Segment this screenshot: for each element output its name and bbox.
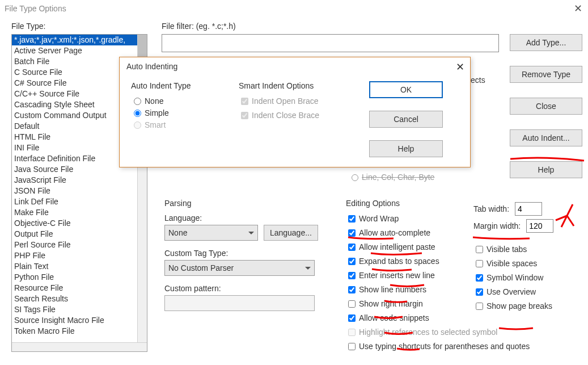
indent-smart-radio: Smart	[131, 120, 239, 129]
page-breaks-checkbox[interactable]: Show page breaks	[473, 301, 587, 312]
list-item[interactable]: Resource File	[12, 283, 147, 293]
intelligent-paste-checkbox[interactable]: Allow intelligent paste	[346, 242, 471, 253]
editing-header: Editing Options	[346, 199, 471, 208]
dialog-close-icon[interactable]: ✕	[456, 61, 464, 73]
list-item[interactable]: Objective-C File	[12, 218, 147, 229]
auto-indent-type-header: Auto Indent Type	[131, 81, 239, 90]
custom-tag-label: Custom Tag Type:	[164, 249, 329, 258]
use-overview-checkbox[interactable]: Use Overview	[473, 287, 587, 297]
list-item[interactable]: Active Server Page	[12, 45, 147, 56]
margin-width-label: Margin width:	[473, 221, 521, 230]
symbol-window-checkbox[interactable]: Symbol Window	[473, 272, 587, 283]
list-item[interactable]: Source Insight Macro File	[12, 315, 147, 326]
list-item[interactable]: Perl Source File	[12, 240, 147, 250]
close-button[interactable]: Close	[510, 98, 582, 115]
list-item[interactable]: *.java;*.jav;*.xml;*.json,*.gradle,	[12, 35, 147, 45]
list-item[interactable]: Make File	[12, 207, 147, 218]
scrollbar-horizontal[interactable]	[12, 342, 147, 352]
add-type-button[interactable]: Add Type...	[510, 34, 582, 51]
file-filter-input[interactable]	[162, 34, 499, 52]
enter-newline-checkbox[interactable]: Enter inserts new line	[346, 270, 471, 281]
language-button[interactable]: Language...	[264, 225, 318, 241]
smart-indent-header: Smart Indent Options	[239, 81, 352, 90]
language-label: Language:	[164, 213, 329, 223]
expand-tabs-checkbox[interactable]: Expand tabs to spaces	[346, 256, 471, 267]
list-item[interactable]: SI Tags File	[12, 304, 147, 315]
list-item[interactable]: JavaScript File	[12, 175, 147, 186]
indent-close-brace-checkbox: Indent Close Brace	[239, 110, 352, 121]
auto-indent-button[interactable]: Auto Indent...	[510, 129, 582, 146]
word-wrap-checkbox[interactable]: Word Wrap	[346, 213, 471, 224]
visible-spaces-checkbox[interactable]: Visible spaces	[473, 258, 587, 269]
auto-complete-checkbox[interactable]: Allow auto-complete	[346, 228, 471, 238]
ok-button[interactable]: OK	[369, 81, 443, 98]
visible-tabs-checkbox[interactable]: Visible tabs	[473, 244, 587, 255]
close-icon[interactable]: ✕	[574, 2, 582, 15]
custom-tag-select[interactable]: No Custom Parser	[164, 260, 315, 276]
auto-indenting-dialog: Auto Indenting ✕ Auto Indent Type None S…	[119, 57, 471, 167]
file-type-label: File Type:	[11, 22, 45, 31]
margin-width-input[interactable]	[526, 219, 553, 233]
indent-open-brace-checkbox: Indent Open Brace	[239, 96, 352, 107]
dialog-help-button[interactable]: Help	[369, 140, 443, 157]
parsing-header: Parsing	[164, 199, 329, 208]
list-item[interactable]: Plain Text	[12, 261, 147, 272]
typing-shortcuts-checkbox[interactable]: Use typing shortcuts for parentheses and…	[346, 341, 471, 352]
indent-simple-radio[interactable]: Simple	[131, 108, 239, 118]
dialog-title: Auto Indenting	[126, 62, 177, 71]
tab-width-label: Tab width:	[473, 204, 509, 213]
list-item[interactable]: Python File	[12, 272, 147, 283]
right-margin-checkbox[interactable]: Show right margin	[346, 299, 471, 309]
highlight-refs-checkbox: Highlight references to selected symbol	[346, 327, 471, 338]
window-titlebar: File Type Options ✕	[0, 0, 588, 17]
window-title: File Type Options	[5, 4, 66, 13]
help-button[interactable]: Help	[510, 161, 582, 178]
list-item[interactable]: Search Results	[12, 293, 147, 304]
cancel-button[interactable]: Cancel	[369, 111, 443, 128]
list-item[interactable]: Output File	[12, 229, 147, 240]
list-item[interactable]: PHP File	[12, 250, 147, 261]
language-select[interactable]: None	[164, 225, 258, 241]
file-filter-label: File filter: (eg. *.c;*.h)	[162, 22, 236, 31]
code-snippets-checkbox[interactable]: Allow code snippets	[346, 313, 471, 324]
custom-pattern-input[interactable]	[164, 295, 315, 311]
list-item[interactable]: JSON File	[12, 186, 147, 196]
line-numbers-checkbox[interactable]: Show line numbers	[346, 284, 471, 295]
remove-type-button[interactable]: Remove Type	[510, 66, 582, 83]
obscured-text-projects: ects	[471, 75, 485, 85]
list-item[interactable]: Token Macro File	[12, 326, 147, 337]
tab-width-input[interactable]	[515, 202, 542, 216]
indent-none-radio[interactable]: None	[131, 96, 239, 106]
list-item[interactable]: Link Def File	[12, 196, 147, 207]
custom-pattern-label: Custom pattern:	[164, 284, 329, 293]
